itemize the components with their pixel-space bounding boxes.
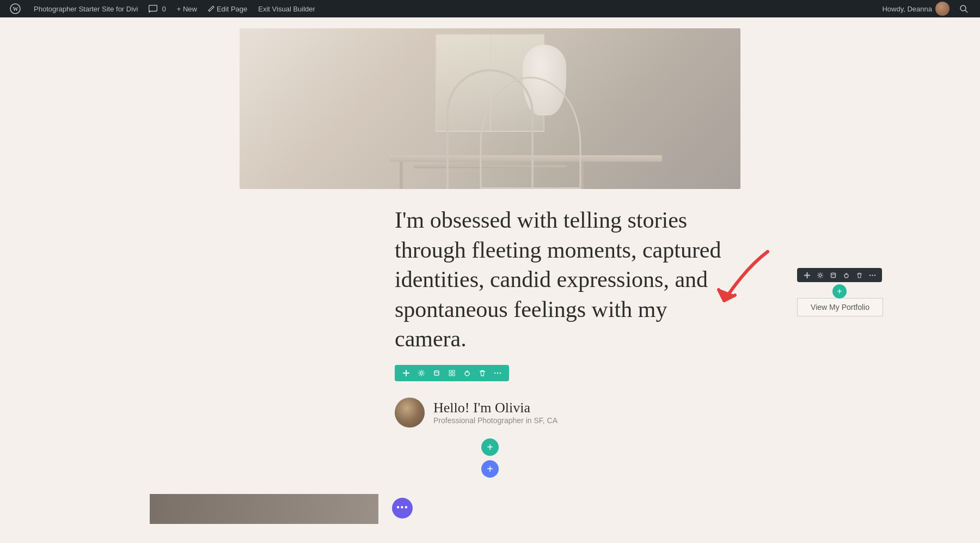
svg-rect-13 — [452, 374, 455, 376]
quote-text: I'm obsessed with telling stories throug… — [395, 205, 735, 354]
svg-point-3 — [960, 5, 966, 11]
floating-right-toolbar: + — [797, 268, 882, 298]
vase-decoration — [523, 45, 566, 115]
new-item[interactable]: + New — [171, 0, 203, 17]
module-toolbar — [395, 365, 509, 381]
bottom-section: ••• — [0, 494, 980, 532]
exit-builder-label: Exit Visual Builder — [258, 5, 315, 13]
add-section-button-2[interactable]: + — [481, 460, 499, 478]
adminbar-right: Howdy, Deanna — [878, 0, 976, 17]
hero-image-container — [0, 17, 980, 189]
howdy-item[interactable]: Howdy, Deanna — [878, 0, 954, 17]
comments-item[interactable]: 0 — [143, 0, 171, 17]
ft-settings-icon[interactable] — [816, 271, 824, 279]
wp-logo-item[interactable]: W — [4, 0, 28, 17]
svg-point-17 — [497, 373, 499, 374]
comment-icon — [149, 5, 157, 13]
pencil-icon — [208, 5, 215, 12]
svg-text:W: W — [13, 6, 19, 12]
settings-icon[interactable] — [416, 368, 426, 378]
add-module-icon[interactable] — [401, 368, 411, 378]
profile-name: Hello! I'm Olivia — [433, 400, 558, 416]
howdy-text: Howdy, Deanna — [882, 5, 932, 13]
exit-builder-item[interactable]: Exit Visual Builder — [253, 0, 321, 17]
layers-icon[interactable] — [432, 368, 442, 378]
site-title-item[interactable]: Photographer Starter Site for Divi — [28, 0, 143, 17]
svg-point-28 — [872, 274, 873, 276]
table-leg-left — [400, 162, 403, 189]
svg-rect-2 — [149, 5, 157, 11]
page-wrapper: I'm obsessed with telling stories throug… — [0, 17, 980, 532]
svg-point-7 — [420, 371, 423, 374]
more-options-button[interactable]: ••• — [392, 498, 413, 518]
site-title-text: Photographer Starter Site for Divi — [34, 5, 138, 13]
more-options-icon[interactable] — [493, 368, 503, 378]
edit-page-item[interactable]: Edit Page — [203, 0, 253, 17]
grid-icon[interactable] — [447, 368, 457, 378]
power-icon[interactable] — [462, 368, 472, 378]
add-below-container: + — [797, 284, 882, 298]
add-section-button-1[interactable]: + — [481, 438, 499, 456]
svg-point-16 — [494, 373, 496, 374]
svg-line-4 — [965, 10, 967, 13]
view-portfolio-button[interactable]: View My Portfolio — [797, 298, 883, 316]
svg-rect-23 — [831, 273, 835, 277]
add-below-button[interactable]: + — [832, 284, 847, 298]
svg-point-27 — [869, 274, 870, 276]
add-section-container-1: + — [0, 438, 980, 456]
ft-power-icon[interactable] — [842, 271, 850, 279]
trash-icon[interactable] — [477, 368, 487, 378]
bottom-photo-preview — [150, 494, 378, 524]
svg-rect-12 — [449, 374, 451, 376]
chair-back — [446, 69, 534, 189]
profile-text: Hello! I'm Olivia Professional Photograp… — [433, 400, 558, 425]
ft-more-icon[interactable] — [868, 271, 877, 279]
table-leg-right — [580, 162, 584, 189]
svg-rect-8 — [434, 371, 439, 375]
search-button[interactable] — [954, 0, 976, 17]
avatar — [395, 398, 425, 428]
svg-point-22 — [819, 274, 822, 277]
profile-section: Hello! I'm Olivia Professional Photograp… — [395, 398, 735, 428]
admin-bar: W Photographer Starter Site for Divi 0 +… — [0, 0, 980, 17]
user-avatar — [935, 2, 950, 16]
main-text-area: I'm obsessed with telling stories throug… — [245, 189, 735, 428]
ft-add-icon[interactable] — [803, 271, 811, 279]
new-label: + New — [177, 5, 197, 13]
add-section-container-2: + — [0, 460, 980, 478]
ft-layers-icon[interactable] — [829, 271, 837, 279]
profile-subtitle: Professional Photographer in SF, CA — [433, 416, 558, 425]
ft-trash-icon[interactable] — [855, 271, 863, 279]
view-portfolio-area: View My Portfolio — [797, 298, 883, 316]
svg-rect-11 — [452, 370, 455, 373]
avatar-image — [395, 398, 425, 428]
search-icon — [959, 4, 968, 13]
edit-page-label: Edit Page — [217, 5, 247, 13]
svg-rect-10 — [449, 370, 451, 373]
comment-count: 0 — [162, 5, 166, 13]
page-content: I'm obsessed with telling stories throug… — [0, 0, 980, 543]
svg-point-18 — [500, 373, 501, 374]
floating-toolbar-bar — [797, 268, 882, 282]
hero-image — [240, 28, 740, 189]
table-shelf — [390, 155, 662, 162]
svg-point-29 — [874, 274, 875, 276]
